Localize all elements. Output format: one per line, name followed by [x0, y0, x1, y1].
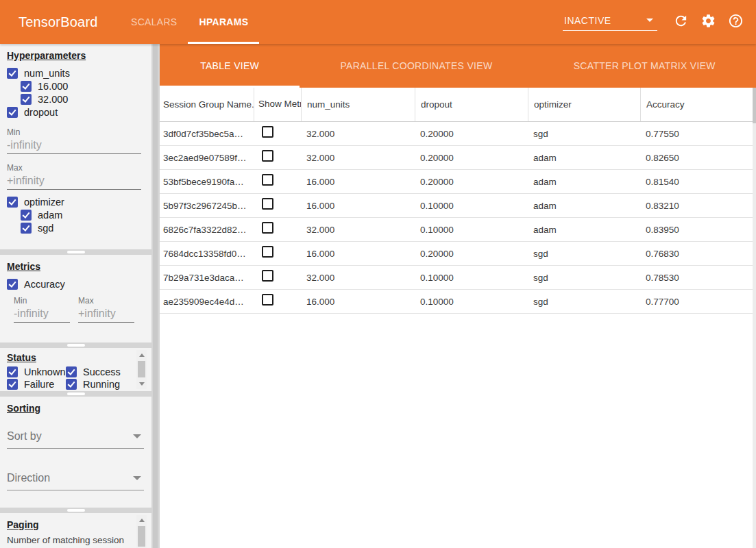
show-metrics-checkbox[interactable] — [262, 294, 273, 306]
status-panel: Status Unknown Success Failure — [0, 348, 151, 391]
checkbox-checked-icon[interactable] — [66, 366, 77, 377]
max-label: Max — [78, 296, 134, 306]
checkbox-row-adam[interactable]: adam — [21, 209, 151, 221]
panel-resize-handle[interactable] — [67, 344, 85, 347]
accuracy-min-field: Min — [14, 296, 70, 323]
session-group-name: 5b97f3c2967245b… — [160, 201, 254, 211]
checkbox-checked-icon[interactable] — [21, 81, 32, 92]
tab-table-view[interactable]: TABLE VIEW — [160, 44, 300, 88]
show-metrics-checkbox[interactable] — [262, 246, 273, 258]
scrollbar-thumb[interactable] — [753, 88, 756, 123]
accuracy-value: 0.76830 — [640, 249, 756, 259]
max-input[interactable] — [7, 173, 141, 190]
show-metrics-cell — [254, 174, 301, 189]
scroll-down-arrow-icon[interactable] — [139, 382, 145, 386]
show-metrics-checkbox[interactable] — [262, 174, 273, 186]
checkbox-row-sgd[interactable]: sgd — [21, 222, 151, 234]
show-metrics-cell — [254, 222, 301, 237]
scrollbar-thumb[interactable] — [138, 526, 145, 547]
checkbox-row-optimizer[interactable]: optimizer — [7, 196, 151, 208]
num-units-value: 32.000 — [301, 153, 415, 163]
checkbox-checked-icon[interactable] — [7, 197, 18, 208]
session-group-name: 7b29a731e3daca… — [160, 273, 254, 283]
column-header-num-units: num_units — [301, 88, 415, 121]
optimizer-value: sgd — [528, 297, 640, 307]
num-units-value: 32.000 — [301, 129, 415, 139]
tab-parallel-coordinates-view[interactable]: PARALLEL COORDINATES VIEW — [300, 44, 533, 88]
num-units-value: 16.000 — [301, 201, 415, 211]
num-units-value: 32.000 — [301, 273, 415, 283]
panel-resize-handle[interactable] — [67, 509, 85, 512]
refresh-button[interactable] — [667, 8, 694, 36]
show-metrics-checkbox[interactable] — [262, 150, 273, 162]
paging-scrollbar[interactable] — [136, 515, 147, 548]
checkbox-label: dropout — [24, 107, 58, 118]
chevron-down-icon — [133, 434, 141, 438]
checkbox-checked-icon[interactable] — [21, 223, 32, 234]
panel-resize-handle[interactable] — [67, 393, 85, 395]
checkbox-checked-icon[interactable] — [7, 279, 18, 290]
checkbox-row-accuracy[interactable]: Accuracy — [7, 278, 151, 290]
dropout-max-field: Max — [7, 163, 151, 190]
checkbox-checked-icon[interactable] — [7, 68, 18, 79]
tab-scatter-plot-matrix-view[interactable]: SCATTER PLOT MATRIX VIEW — [533, 44, 756, 88]
sidebar-scrollbar[interactable] — [153, 44, 158, 548]
checkbox-checked-icon[interactable] — [66, 379, 77, 390]
optimizer-value: adam — [528, 201, 640, 211]
checkbox-checked-icon[interactable] — [21, 94, 32, 105]
min-label: Min — [7, 127, 151, 137]
tab-scalars[interactable]: SCALARS — [120, 0, 188, 44]
checkbox-label: Failure — [24, 379, 54, 390]
metrics-title: Metrics — [7, 261, 151, 272]
table-scrollbar[interactable] — [753, 88, 756, 548]
hparams-sidebar: Hyperparameters num_units 16.000 32.000 … — [0, 44, 160, 548]
panel-resize-handle[interactable] — [67, 251, 85, 253]
direction-placeholder: Direction — [7, 472, 50, 484]
checkbox-row-failure[interactable]: Failure — [7, 378, 66, 390]
column-header-accuracy: Accuracy — [640, 88, 756, 121]
checkbox-row-dropout[interactable]: dropout — [7, 106, 151, 119]
show-metrics-cell — [254, 270, 301, 285]
show-metrics-checkbox[interactable] — [262, 222, 273, 234]
metrics-panel: Metrics Accuracy Min Max — [0, 255, 151, 342]
show-metrics-checkbox[interactable] — [262, 198, 273, 210]
checkbox-row-unknown[interactable]: Unknown — [7, 366, 66, 378]
reload-interval-value: INACTIVE — [564, 15, 611, 26]
checkbox-checked-icon[interactable] — [7, 379, 18, 390]
checkbox-row-16[interactable]: 16.000 — [21, 80, 151, 92]
scrollbar-thumb[interactable] — [138, 361, 145, 377]
accuracy-value: 0.77550 — [640, 129, 756, 139]
app-title: TensorBoard — [0, 0, 120, 44]
checkbox-label: Accuracy — [24, 279, 65, 290]
refresh-icon — [673, 13, 689, 31]
status-scrollbar[interactable] — [136, 350, 147, 389]
dropout-value: 0.20000 — [415, 129, 528, 139]
checkbox-checked-icon[interactable] — [7, 107, 18, 118]
table-row: ae235909ec4e4d… 16.000 0.10000 sgd 0.777… — [160, 290, 756, 314]
optimizer-value: adam — [528, 153, 640, 163]
settings-button[interactable] — [694, 8, 722, 36]
checkbox-row-32[interactable]: 32.000 — [21, 93, 151, 105]
reload-interval-select[interactable]: INACTIVE — [563, 14, 657, 31]
checkbox-checked-icon[interactable] — [21, 210, 32, 221]
show-metrics-checkbox[interactable] — [262, 270, 273, 282]
dropout-value: 0.20000 — [415, 153, 528, 163]
direction-select[interactable]: Direction — [7, 471, 144, 490]
checkbox-checked-icon[interactable] — [7, 366, 18, 377]
checkbox-label: optimizer — [24, 197, 64, 208]
scroll-up-arrow-icon[interactable] — [139, 353, 145, 357]
help-button[interactable] — [722, 8, 749, 36]
show-metrics-cell — [254, 246, 301, 261]
accuracy-max-input[interactable] — [78, 306, 134, 323]
hyperparameters-panel: Hyperparameters num_units 16.000 32.000 … — [0, 44, 151, 249]
show-metrics-checkbox[interactable] — [262, 126, 273, 138]
sort-by-select[interactable]: Sort by — [7, 429, 144, 449]
table-row: 3df0d7cf35bec5a… 32.000 0.20000 sgd 0.77… — [160, 122, 756, 146]
tab-hparams[interactable]: HPARAMS — [188, 0, 259, 44]
checkbox-row-num-units[interactable]: num_units — [7, 67, 151, 79]
scroll-up-arrow-icon[interactable] — [139, 519, 145, 522]
optimizer-value: adam — [528, 177, 640, 187]
table-row: 7b29a731e3daca… 32.000 0.10000 sgd 0.785… — [160, 266, 756, 290]
min-input[interactable] — [7, 138, 141, 154]
accuracy-min-input[interactable] — [14, 306, 70, 323]
